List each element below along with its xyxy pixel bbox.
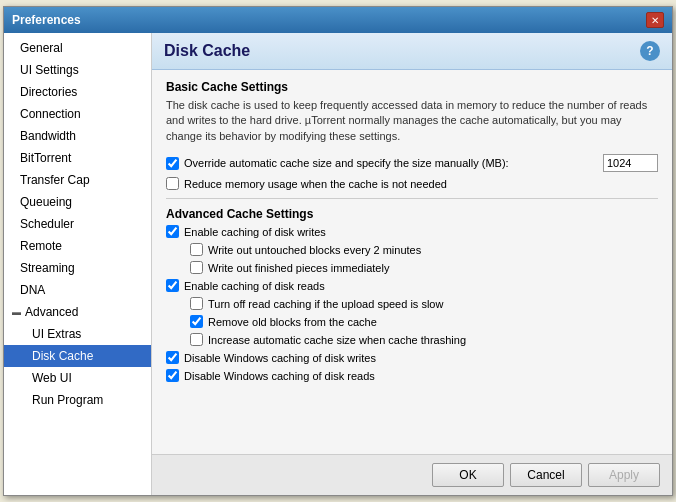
sidebar-item-disk-cache[interactable]: Disk Cache (4, 345, 151, 367)
increase-auto-row: Increase automatic cache size when cache… (190, 333, 658, 346)
turn-off-read-row: Turn off read caching if the upload spee… (190, 297, 658, 310)
sidebar-item-bittorrent[interactable]: BitTorrent (4, 147, 151, 169)
apply-button[interactable]: Apply (588, 463, 660, 487)
disable-win-reads-label: Disable Windows caching of disk reads (184, 370, 375, 382)
increase-auto-label: Increase automatic cache size when cache… (208, 334, 466, 346)
sidebar-item-streaming[interactable]: Streaming (4, 257, 151, 279)
write-finished-checkbox[interactable] (190, 261, 203, 274)
panel-title: Disk Cache (164, 42, 250, 60)
sidebar-item-general[interactable]: General (4, 37, 151, 59)
write-untouched-checkbox[interactable] (190, 243, 203, 256)
ok-button[interactable]: OK (432, 463, 504, 487)
enable-disk-reads-label: Enable caching of disk reads (184, 280, 325, 292)
reduce-memory-checkbox[interactable] (166, 177, 179, 190)
basic-section-desc: The disk cache is used to keep frequentl… (166, 98, 658, 144)
disable-win-reads-row: Disable Windows caching of disk reads (166, 369, 658, 382)
close-button[interactable]: ✕ (646, 12, 664, 28)
disable-win-writes-row: Disable Windows caching of disk writes (166, 351, 658, 364)
title-bar: Preferences ✕ (4, 7, 672, 33)
turn-off-read-label: Turn off read caching if the upload spee… (208, 298, 443, 310)
sidebar-item-connection[interactable]: Connection (4, 103, 151, 125)
reduce-memory-label: Reduce memory usage when the cache is no… (184, 178, 447, 190)
disable-win-reads-checkbox[interactable] (166, 369, 179, 382)
disable-win-writes-checkbox[interactable] (166, 351, 179, 364)
sidebar-item-transfer-cap[interactable]: Transfer Cap (4, 169, 151, 191)
sidebar-item-queueing[interactable]: Queueing (4, 191, 151, 213)
sidebar-item-dna[interactable]: DNA (4, 279, 151, 301)
reduce-memory-row: Reduce memory usage when the cache is no… (166, 177, 658, 190)
remove-old-blocks-row: Remove old blocks from the cache (190, 315, 658, 328)
enable-disk-writes-checkbox[interactable] (166, 225, 179, 238)
cancel-button[interactable]: Cancel (510, 463, 582, 487)
override-cache-row: Override automatic cache size and specif… (166, 154, 658, 172)
override-cache-checkbox[interactable] (166, 157, 179, 170)
write-untouched-row: Write out untouched blocks every 2 minut… (190, 243, 658, 256)
help-button[interactable]: ? (640, 41, 660, 61)
cache-size-input[interactable] (603, 154, 658, 172)
enable-disk-writes-label: Enable caching of disk writes (184, 226, 326, 238)
increase-auto-checkbox[interactable] (190, 333, 203, 346)
window-body: General UI Settings Directories Connecti… (4, 33, 672, 495)
basic-section-title: Basic Cache Settings (166, 80, 658, 94)
sidebar: General UI Settings Directories Connecti… (4, 33, 152, 495)
sidebar-item-bandwidth[interactable]: Bandwidth (4, 125, 151, 147)
sidebar-item-run-program[interactable]: Run Program (4, 389, 151, 411)
override-cache-label: Override automatic cache size and specif… (184, 157, 598, 169)
sidebar-item-ui-settings[interactable]: UI Settings (4, 59, 151, 81)
sidebar-item-advanced[interactable]: ▬ Advanced (4, 301, 151, 323)
window-title: Preferences (12, 13, 81, 27)
panel-header: Disk Cache ? (152, 33, 672, 70)
enable-disk-reads-row: Enable caching of disk reads (166, 279, 658, 292)
sidebar-item-ui-extras[interactable]: UI Extras (4, 323, 151, 345)
panel-body: Basic Cache Settings The disk cache is u… (152, 70, 672, 454)
tree-expand-icon: ▬ (12, 303, 21, 321)
write-finished-row: Write out finished pieces immediately (190, 261, 658, 274)
advanced-section-title: Advanced Cache Settings (166, 207, 658, 221)
write-finished-label: Write out finished pieces immediately (208, 262, 389, 274)
main-content: Disk Cache ? Basic Cache Settings The di… (152, 33, 672, 495)
sidebar-item-scheduler[interactable]: Scheduler (4, 213, 151, 235)
turn-off-read-checkbox[interactable] (190, 297, 203, 310)
divider-1 (166, 198, 658, 199)
enable-disk-writes-row: Enable caching of disk writes (166, 225, 658, 238)
write-untouched-label: Write out untouched blocks every 2 minut… (208, 244, 421, 256)
remove-old-blocks-checkbox[interactable] (190, 315, 203, 328)
sidebar-item-web-ui[interactable]: Web UI (4, 367, 151, 389)
enable-disk-reads-checkbox[interactable] (166, 279, 179, 292)
remove-old-blocks-label: Remove old blocks from the cache (208, 316, 377, 328)
disable-win-writes-label: Disable Windows caching of disk writes (184, 352, 376, 364)
sidebar-item-remote[interactable]: Remote (4, 235, 151, 257)
button-bar: OK Cancel Apply (152, 454, 672, 495)
preferences-window: Preferences ✕ General UI Settings Direct… (3, 6, 673, 496)
sidebar-item-directories[interactable]: Directories (4, 81, 151, 103)
